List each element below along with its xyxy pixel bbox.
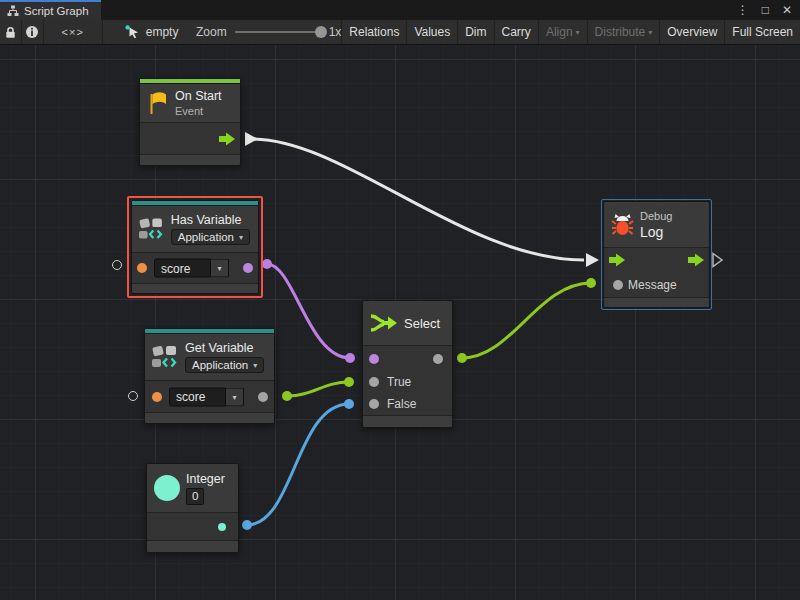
caret-down-icon: ▾ [239, 233, 243, 242]
wire-getvariable-to-select[interactable] [287, 382, 349, 396]
name-in-port[interactable] [137, 263, 147, 273]
caret-down-icon: ▾ [217, 264, 221, 273]
selection-label: empty [146, 25, 179, 39]
tab-title: Script Graph [24, 5, 89, 17]
node-get-variable[interactable]: Get Variable Application ▾ score ▾ [144, 328, 275, 424]
name-in-port[interactable] [152, 392, 162, 402]
node-title: On Start [175, 89, 222, 103]
selection-indicator: empty [103, 20, 182, 44]
false-port-label: False [387, 397, 416, 411]
node-on-start[interactable]: On Start Event [139, 78, 241, 166]
node-header: Select [363, 301, 452, 345]
wire-select-to-log[interactable] [462, 283, 591, 358]
caret-down-icon: ▾ [232, 392, 236, 401]
code-view-button[interactable]: <×> [44, 20, 103, 44]
node-footer [132, 283, 258, 293]
lock-icon [5, 26, 16, 39]
node-footer [140, 154, 240, 165]
maximize-icon[interactable]: □ [762, 4, 769, 16]
false-in-port[interactable] [369, 399, 379, 409]
flow-out-port[interactable] [219, 132, 235, 145]
node-has-variable[interactable]: Has Variable Application ▾ score ▾ [131, 200, 259, 294]
values-button[interactable]: Values [407, 20, 458, 44]
align-button[interactable]: Align ▾ [539, 20, 588, 44]
node-debug-log[interactable]: Debug Log Message [603, 201, 710, 308]
variable-scope-dropdown[interactable]: Application ▾ [185, 357, 264, 373]
variable-name-combo[interactable]: score ▾ [169, 387, 244, 406]
port-row [140, 122, 240, 154]
port-row [147, 512, 238, 540]
caret-down-icon: ▾ [648, 28, 652, 37]
script-graph-window: Script Graph ⋮ □ ✕ <×> [0, 0, 800, 600]
getvariable-object-port[interactable] [128, 391, 138, 401]
log-flow-out-marker[interactable] [713, 254, 722, 267]
node-header: On Start Event [140, 84, 240, 122]
zoom-control: Zoom 1x [182, 20, 342, 44]
distribute-button[interactable]: Distribute ▾ [588, 20, 661, 44]
caret-down-icon: ▾ [576, 28, 580, 37]
tab-script-graph[interactable]: Script Graph [0, 0, 101, 20]
dim-button[interactable]: Dim [458, 20, 494, 44]
condition-in-port[interactable] [369, 354, 379, 364]
selection-outline-red: Has Variable Application ▾ score ▾ [127, 196, 263, 298]
info-button[interactable] [22, 20, 44, 44]
hasvariable-object-port[interactable] [112, 260, 122, 270]
combo-dropdown-button[interactable]: ▾ [226, 387, 244, 406]
wire-start-arrowhead [245, 132, 258, 146]
node-title: Has Variable [171, 213, 250, 227]
close-icon[interactable]: ✕ [782, 4, 792, 16]
graph-canvas[interactable]: On Start Event [0, 45, 800, 600]
carry-button[interactable]: Carry [495, 20, 539, 44]
combo-dropdown-button[interactable]: ▾ [211, 259, 229, 278]
flow-out-port[interactable] [688, 254, 704, 267]
variable-scope-dropdown[interactable]: Application ▾ [171, 229, 250, 245]
node-footer [363, 415, 452, 427]
integer-value-input[interactable]: 0 [186, 488, 204, 505]
node-title: Integer [186, 472, 225, 486]
selection-out-port[interactable] [433, 354, 443, 364]
wire-hasvariable-to-select[interactable] [267, 264, 350, 358]
true-port-label: True [387, 375, 411, 389]
message-port-label: Message [628, 278, 677, 292]
port-row-true: True [363, 371, 452, 393]
overview-button[interactable]: Overview [660, 20, 725, 44]
cursor-icon [125, 25, 140, 39]
variable-name-combo[interactable]: score ▾ [154, 259, 229, 278]
lock-button[interactable] [0, 20, 22, 44]
port-row-message: Message [604, 272, 709, 297]
node-title: Log [640, 224, 672, 240]
flow-in-port[interactable] [609, 254, 625, 267]
wire-onstart-to-log[interactable] [252, 139, 584, 260]
port-row: score ▾ [145, 380, 274, 412]
full-screen-button[interactable]: Full Screen [725, 20, 800, 44]
value-out-port[interactable] [218, 523, 226, 531]
value-out-port[interactable] [258, 392, 268, 402]
kebab-menu-icon[interactable]: ⋮ [737, 4, 749, 16]
toolbar-buttons: Relations Values Dim Carry Align ▾ Distr… [342, 20, 800, 44]
zoom-label: Zoom [196, 25, 227, 39]
info-icon [25, 25, 39, 39]
result-out-port[interactable] [243, 263, 253, 273]
node-header: Has Variable Application ▾ [132, 206, 258, 252]
window-controls: ⋮ □ ✕ [737, 0, 800, 20]
code-brackets-icon: <×> [62, 26, 84, 38]
node-footer [145, 412, 274, 423]
port-row-false: False [363, 393, 452, 415]
integer-icon [154, 475, 180, 501]
node-footer [604, 297, 709, 307]
port-row-condition [363, 345, 452, 371]
relations-button[interactable]: Relations [342, 20, 407, 44]
zoom-slider[interactable] [235, 31, 325, 33]
wire-end-arrowhead [586, 253, 599, 267]
zoom-value: 1x [329, 25, 342, 39]
node-integer[interactable]: Integer 0 [146, 463, 239, 553]
node-header: Debug Log [604, 202, 709, 247]
zoom-slider-handle[interactable] [315, 26, 327, 38]
node-select[interactable]: Select True False [362, 300, 453, 428]
flag-icon [147, 91, 169, 116]
node-title: Get Variable [185, 341, 264, 355]
message-in-port[interactable] [613, 280, 623, 290]
select-icon [370, 312, 398, 334]
selection-outline-blue: Debug Log Message [601, 199, 712, 310]
true-in-port[interactable] [369, 377, 379, 387]
